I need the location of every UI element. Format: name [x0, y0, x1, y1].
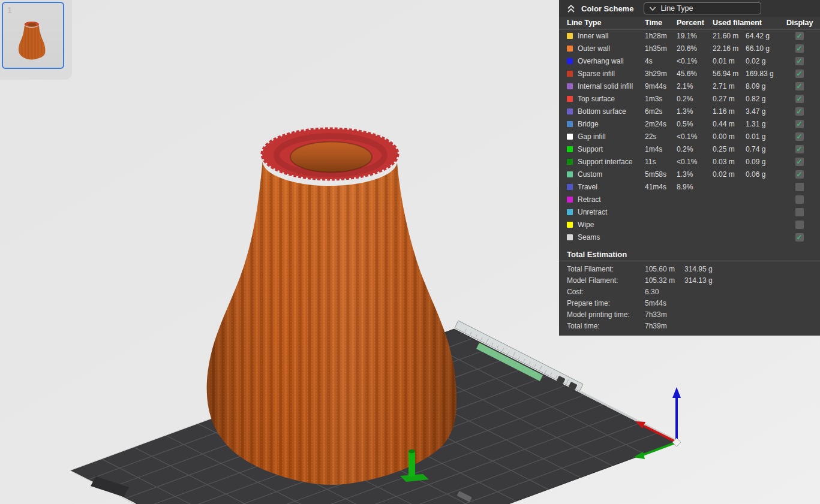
time-value: 5m58s	[645, 170, 677, 179]
display-toggle-checkbox[interactable]: ✓	[795, 70, 804, 78]
display-toggle-checkbox[interactable]: ✓	[795, 82, 804, 90]
line-type-row: Outer wall1h35m20.6%22.16 m66.10 g✓	[559, 42, 820, 55]
used-filament-weight: 0.06 g	[746, 170, 786, 179]
time-value: 4s	[645, 57, 677, 65]
used-filament-weight: 8.09 g	[746, 82, 786, 90]
display-toggle-checkbox[interactable]	[795, 221, 804, 229]
display-toggle-checkbox[interactable]: ✓	[795, 158, 804, 166]
percent-value: 20.6%	[677, 44, 713, 53]
time-value: 1h35m	[645, 44, 677, 53]
line-type-label: Travel	[578, 183, 645, 191]
line-type-color-swatch	[567, 159, 573, 165]
display-toggle-checkbox[interactable]: ✓	[795, 233, 804, 242]
display-toggle-checkbox[interactable]: ✓	[795, 170, 804, 179]
column-header-line-type: Line Type	[567, 19, 645, 27]
line-type-row: Inner wall1h28m19.1%21.60 m64.42 g✓	[559, 29, 820, 42]
line-type-row: Retract	[559, 193, 820, 206]
total-label: Cost:	[567, 288, 645, 296]
percent-value: 19.1%	[677, 32, 713, 40]
line-type-row: Support interface11s<0.1%0.03 m0.09 g✓	[559, 155, 820, 168]
line-type-row: Top surface1m3s0.2%0.27 m0.82 g✓	[559, 92, 820, 105]
plate-thumbnail[interactable]: 1	[2, 2, 64, 69]
used-filament-length: 56.94 m	[713, 70, 746, 78]
total-value-2: 314.95 g	[684, 265, 812, 273]
time-value: 41m4s	[645, 183, 677, 191]
line-type-color-swatch	[567, 146, 573, 152]
line-type-color-swatch	[567, 197, 573, 203]
line-type-color-swatch	[567, 108, 573, 114]
legend-table-header: Line Type Time Percent Used filament Dis…	[559, 17, 820, 29]
time-value: 11s	[645, 158, 677, 166]
total-value: 7h39m	[645, 322, 684, 330]
line-type-color-swatch	[567, 234, 573, 240]
used-filament-length: 22.16 m	[713, 44, 746, 53]
used-filament-length: 0.03 m	[713, 158, 746, 166]
total-estimation-row: Model Filament:105.32 m314.13 g	[567, 274, 812, 286]
line-type-color-swatch	[567, 209, 573, 215]
used-filament-weight: 0.09 g	[746, 158, 786, 166]
panel-title: Color Scheme	[581, 4, 633, 13]
used-filament-weight: 0.82 g	[746, 95, 786, 103]
line-type-label: Sparse infill	[578, 70, 645, 78]
time-value: 1h28m	[645, 32, 677, 40]
z-axis-arrowhead	[672, 387, 681, 398]
display-toggle-checkbox[interactable]: ✓	[795, 95, 804, 103]
divider	[559, 261, 820, 261]
collapse-panel-icon[interactable]	[566, 4, 576, 13]
total-value: 6.30	[645, 288, 684, 296]
line-type-row: Custom5m58s1.3%0.02 m0.06 g✓	[559, 168, 820, 180]
total-estimation-row: Total time:7h39m	[567, 320, 812, 331]
time-value: 3h29m	[645, 70, 677, 78]
total-estimation-row: Cost:6.30	[567, 286, 812, 297]
line-type-row: Bridge2m24s0.5%0.44 m1.31 g✓	[559, 117, 820, 130]
line-type-row: Seams✓	[559, 231, 820, 243]
column-header-time: Time	[645, 19, 677, 27]
total-estimation-row: Model printing time:7h33m	[567, 309, 812, 320]
sliced-model-vase[interactable]	[207, 129, 456, 485]
display-toggle-checkbox[interactable]	[795, 183, 804, 191]
percent-value: 2.1%	[677, 82, 713, 90]
display-toggle-checkbox[interactable]: ✓	[795, 132, 804, 141]
percent-value: 0.5%	[677, 120, 713, 128]
used-filament-length: 0.44 m	[713, 120, 746, 128]
view-mode-value: Line Type	[660, 4, 693, 13]
used-filament-weight: 1.31 g	[746, 120, 786, 128]
display-toggle-checkbox[interactable]: ✓	[795, 107, 804, 116]
line-type-row: Internal solid infill9m44s2.1%2.71 m8.09…	[559, 80, 820, 92]
used-filament-weight: 66.10 g	[746, 44, 786, 53]
view-mode-dropdown[interactable]: Line Type	[644, 2, 761, 14]
percent-value: 8.9%	[677, 183, 713, 191]
display-toggle-checkbox[interactable]: ✓	[795, 145, 804, 153]
used-filament-length: 1.16 m	[713, 107, 746, 116]
plate-thumbnail-preview	[3, 3, 63, 68]
display-toggle-checkbox[interactable]: ✓	[795, 120, 804, 128]
display-toggle-checkbox[interactable]: ✓	[795, 32, 804, 40]
column-header-used-filament: Used filament	[713, 19, 786, 27]
line-type-color-swatch	[567, 83, 573, 89]
time-value: 1m4s	[645, 145, 677, 153]
line-type-row: Overhang wall4s<0.1%0.01 m0.02 g✓	[559, 55, 820, 67]
time-value: 6m2s	[645, 107, 677, 116]
line-type-label: Retract	[578, 195, 645, 204]
display-toggle-checkbox[interactable]: ✓	[795, 57, 804, 65]
total-value: 5m44s	[645, 299, 684, 307]
line-type-row: Gap infill22s<0.1%0.00 m0.01 g✓	[559, 130, 820, 143]
color-scheme-panel: Color Scheme Line Type Line Type Time Pe…	[559, 0, 820, 336]
panel-topbar: Color Scheme Line Type	[559, 0, 820, 17]
display-toggle-checkbox[interactable]: ✓	[795, 44, 804, 53]
line-type-label: Overhang wall	[578, 57, 645, 65]
display-toggle-checkbox[interactable]	[795, 208, 804, 216]
line-type-label: Support interface	[578, 158, 645, 166]
used-filament-weight: 0.02 g	[746, 57, 786, 65]
total-value: 105.32 m	[645, 276, 684, 285]
display-toggle-checkbox[interactable]	[795, 195, 804, 204]
line-type-color-swatch	[567, 58, 573, 64]
line-type-label: Outer wall	[578, 44, 645, 53]
total-value: 7h33m	[645, 310, 684, 319]
used-filament-weight: 3.47 g	[746, 107, 786, 116]
percent-value: <0.1%	[677, 132, 713, 141]
line-type-row: Support1m4s0.2%0.25 m0.74 g✓	[559, 143, 820, 155]
total-estimation-section: Total Estimation Total Filament:105.60 m…	[559, 248, 820, 331]
percent-value: 0.2%	[677, 145, 713, 153]
percent-value: 0.2%	[677, 95, 713, 103]
